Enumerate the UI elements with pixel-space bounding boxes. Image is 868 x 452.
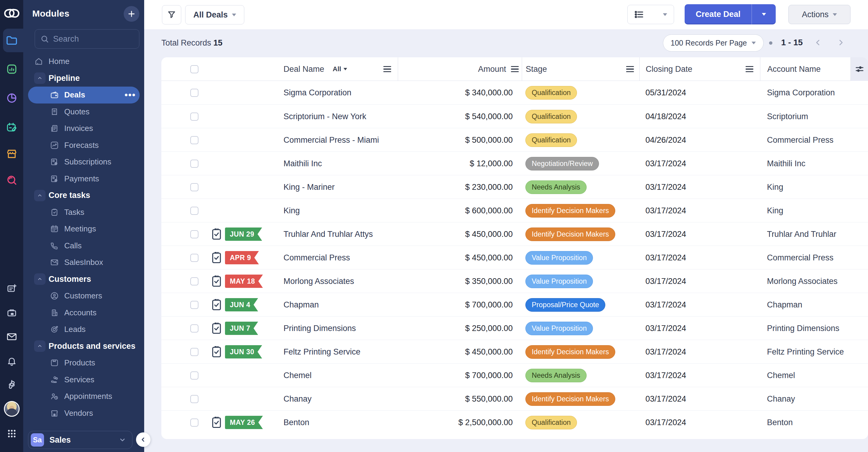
account-name-cell[interactable]: Benton — [760, 411, 850, 434]
deal-name-cell[interactable]: Truhlar And Truhlar Attys — [280, 222, 398, 246]
item-options-ellipsis[interactable]: ••• — [125, 90, 136, 100]
sidebar-item-salesinbox[interactable]: SalesInbox — [23, 254, 144, 271]
table-row[interactable]: APR 9Commercial Press$ 450,000.00Value P… — [161, 246, 868, 269]
deal-name-cell[interactable]: Feltz Printing Service — [280, 340, 398, 364]
analytics-icon[interactable] — [0, 62, 23, 76]
planner-icon[interactable] — [0, 120, 23, 134]
view-filter-dropdown[interactable]: All Deals — [185, 5, 244, 25]
table-row[interactable]: JUN 7Printing Dimensions$ 250,000.00Valu… — [161, 316, 868, 340]
add-module-button[interactable] — [124, 6, 140, 22]
modules-folder-icon[interactable] — [0, 33, 23, 48]
section-collapse-button[interactable] — [34, 340, 45, 352]
row-checkbox[interactable] — [190, 160, 198, 168]
compose-note-icon[interactable] — [0, 281, 23, 296]
section-collapse-button[interactable] — [34, 273, 45, 285]
sidebar-item-deals[interactable]: Deals••• — [23, 87, 144, 103]
header-closing-date[interactable]: Closing Date — [640, 57, 760, 81]
row-checkbox[interactable] — [190, 207, 198, 215]
column-menu-icon[interactable] — [511, 66, 519, 72]
sidebar-item-services[interactable]: Services — [23, 371, 144, 388]
user-avatar[interactable] — [4, 401, 20, 417]
deal-name-cell[interactable]: Maithili Inc — [280, 152, 398, 175]
deal-name-cell[interactable]: Benton — [280, 411, 398, 434]
deal-name-cell[interactable]: Commercial Press - Miami — [280, 128, 398, 152]
table-row[interactable]: King$ 600,000.00Identify Decision Makers… — [161, 199, 868, 222]
sidebar-item-leads[interactable]: Leads — [23, 321, 144, 338]
create-deal-button[interactable]: Create Deal — [685, 4, 752, 25]
settings-gear-icon[interactable] — [0, 377, 23, 392]
table-row[interactable]: JUN 4Chapman$ 700,000.00Proposal/Price Q… — [161, 293, 868, 316]
list-view-type-dropdown[interactable] — [627, 5, 674, 24]
header-column-settings[interactable] — [850, 57, 868, 81]
column-menu-icon[interactable] — [626, 66, 634, 72]
header-deal-name[interactable]: Deal Name All — [280, 57, 398, 81]
next-page-button[interactable] — [835, 37, 846, 48]
deal-name-cell[interactable]: Chapman — [280, 293, 398, 317]
column-menu-icon[interactable] — [746, 66, 753, 72]
select-all-checkbox[interactable] — [190, 65, 198, 73]
account-name-cell[interactable]: Chemel — [760, 364, 850, 387]
deal-name-cell[interactable]: Scriptorium - New York — [280, 105, 398, 128]
table-row[interactable]: Maithili Inc$ 12,000.00Negotiation/Revie… — [161, 151, 868, 175]
table-row[interactable]: King - Mariner$ 230,000.00Needs Analysis… — [161, 175, 868, 199]
header-stage[interactable]: Stage — [522, 57, 640, 81]
account-name-cell[interactable]: Sigma Corporation — [760, 81, 850, 104]
workspace-selector[interactable]: Sa Sales — [28, 431, 132, 449]
app-grid-icon[interactable] — [0, 426, 23, 441]
row-checkbox[interactable] — [190, 89, 198, 97]
account-name-cell[interactable]: Commercial Press — [760, 246, 850, 269]
row-checkbox[interactable] — [190, 254, 198, 262]
deal-name-cell[interactable]: Commercial Press — [280, 246, 398, 269]
deal-name-cell[interactable]: Chemel — [280, 364, 398, 387]
row-checkbox[interactable] — [190, 301, 198, 309]
row-checkbox[interactable] — [190, 113, 198, 121]
zia-search-icon[interactable] — [0, 173, 23, 187]
section-collapse-button[interactable] — [34, 72, 45, 84]
marketplace-icon[interactable] — [0, 147, 23, 161]
row-checkbox[interactable] — [190, 348, 198, 356]
account-name-cell[interactable]: Printing Dimensions — [760, 317, 850, 340]
create-deal-dropdown[interactable] — [752, 4, 776, 25]
sidebar-item-tasks[interactable]: Tasks — [23, 204, 144, 221]
records-per-page-dropdown[interactable]: 100 Records Per Page — [663, 34, 764, 52]
sidebar-section-customers[interactable]: Customers — [23, 271, 144, 288]
sidebar-collapse-button[interactable] — [136, 432, 151, 447]
table-row[interactable]: Scriptorium - New York$ 540,000.00Qualif… — [161, 104, 868, 128]
account-name-cell[interactable]: King — [760, 199, 850, 222]
reports-pie-icon[interactable] — [0, 91, 23, 105]
previous-page-button[interactable] — [812, 37, 824, 48]
briefcase-icon[interactable] — [0, 306, 23, 320]
row-checkbox[interactable] — [190, 136, 198, 144]
deal-name-cell[interactable]: Morlong Associates — [280, 269, 398, 293]
account-name-cell[interactable]: Chapman — [760, 293, 850, 317]
table-row[interactable]: JUN 29Truhlar And Truhlar Attys$ 450,000… — [161, 222, 868, 246]
table-row[interactable]: Sigma Corporation$ 340,000.00Qualificati… — [161, 81, 868, 104]
table-row[interactable]: Commercial Press - Miami$ 500,000.00Qual… — [161, 128, 868, 151]
account-name-cell[interactable]: Commercial Press — [760, 128, 850, 152]
row-checkbox[interactable] — [190, 183, 198, 191]
sidebar-item-meetings[interactable]: Meetings — [23, 220, 144, 238]
sidebar-item-appointments[interactable]: Appointments — [23, 388, 144, 405]
sidebar-section-products-and-services[interactable]: Products and services — [23, 338, 144, 355]
notifications-bell-icon[interactable] — [0, 354, 23, 368]
table-row[interactable]: Chemel$ 700,000.00Needs Analysis03/17/20… — [161, 363, 868, 387]
sidebar-item-customers[interactable]: Customers — [23, 288, 144, 304]
table-row[interactable]: MAY 18Morlong Associates$ 350,000.00Valu… — [161, 269, 868, 293]
sidebar-item-vendors[interactable]: Vendors — [23, 405, 144, 422]
account-name-cell[interactable]: Maithili Inc — [760, 152, 850, 175]
row-checkbox[interactable] — [190, 395, 198, 403]
sidebar-item-forecasts[interactable]: Forecasts — [23, 137, 144, 154]
account-name-cell[interactable]: Feltz Printing Service — [760, 340, 850, 364]
sidebar-item-products[interactable]: Products — [23, 355, 144, 371]
sidebar-item-quotes[interactable]: Quotes — [23, 103, 144, 120]
account-name-cell[interactable]: Morlong Associates — [760, 269, 850, 293]
table-row[interactable]: MAY 26Benton$ 2,500,000.00Qualification0… — [161, 410, 868, 434]
deal-name-cell[interactable]: Printing Dimensions — [280, 317, 398, 340]
sidebar-item-accounts[interactable]: Accounts — [23, 304, 144, 321]
row-checkbox[interactable] — [190, 324, 198, 333]
account-name-cell[interactable]: Chanay — [760, 387, 850, 411]
sidebar-item-payments[interactable]: Payments — [23, 171, 144, 187]
deal-name-cell[interactable]: King - Mariner — [280, 175, 398, 199]
row-checkbox[interactable] — [190, 371, 198, 380]
account-name-cell[interactable]: Truhlar And Truhlar — [760, 222, 850, 246]
